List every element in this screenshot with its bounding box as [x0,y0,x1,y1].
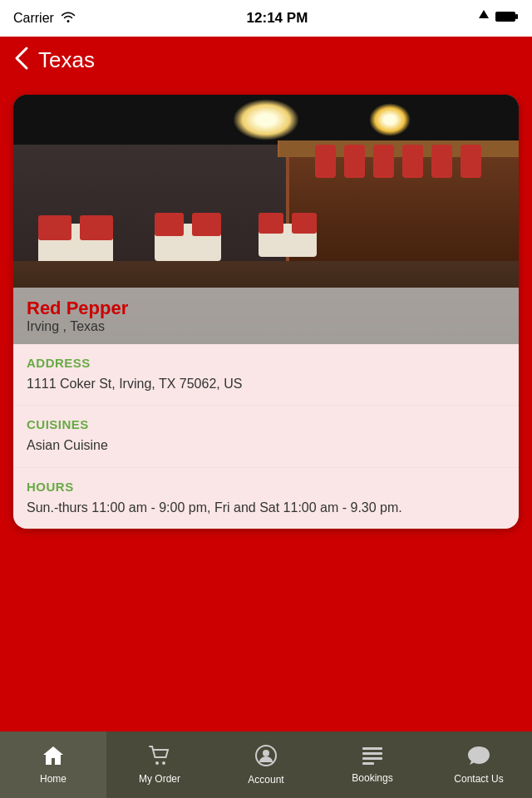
cuisines-value: Asian Cuisine [27,436,505,455]
wifi-icon [61,11,76,26]
status-right [479,10,519,27]
tab-bar: Home My Order Account [0,732,532,798]
status-left: Carrier [13,11,76,26]
contact-icon [466,745,491,770]
tab-my-order-label: My Order [139,773,180,785]
status-bar: Carrier 12:14 PM [0,0,532,37]
back-button[interactable] [13,45,30,75]
carrier-label: Carrier [13,11,54,26]
tab-account[interactable]: Account [213,732,319,798]
tab-account-label: Account [248,774,283,786]
tab-home[interactable]: Home [0,732,106,798]
address-section: ADDRESS 1111 Coker St, Irving, TX 75062,… [13,344,519,406]
restaurant-location: Irving , Texas [27,319,505,334]
hours-label: HOURS [27,480,505,494]
tab-contact-us-label: Contact Us [454,773,503,785]
tab-home-label: Home [40,773,66,785]
restaurant-image-container: Red Pepper Irving , Texas [13,95,519,344]
status-time: 12:14 PM [247,10,308,27]
svg-point-3 [162,761,165,765]
tab-my-order[interactable]: My Order [106,732,213,798]
address-value: 1111 Coker St, Irving, TX 75062, US [27,375,505,393]
svg-rect-6 [362,747,382,750]
tab-contact-us[interactable]: Contact Us [426,732,532,798]
svg-rect-9 [362,762,374,765]
restaurant-card: Red Pepper Irving , Texas ADDRESS 1111 C… [13,95,519,529]
restaurant-name: Red Pepper [27,298,505,319]
svg-rect-0 [495,12,515,22]
tab-bookings-label: Bookings [352,772,392,784]
account-icon [254,744,278,771]
content-area: Red Pepper Irving , Texas ADDRESS 1111 C… [0,83,532,732]
home-icon [42,745,65,770]
svg-rect-7 [362,752,382,755]
svg-rect-1 [515,14,518,19]
location-icon [479,10,489,27]
tab-bookings[interactable]: Bookings [319,732,426,798]
cart-icon [148,745,171,770]
cuisines-section: CUISINES Asian Cuisine [13,406,519,467]
hours-value: Sun.-thurs 11:00 am - 9:00 pm, Fri and S… [27,499,505,517]
svg-point-5 [263,750,269,756]
header: Texas [0,37,532,83]
bookings-icon [361,746,384,769]
battery-icon [495,11,519,26]
restaurant-info-overlay: Red Pepper Irving , Texas [13,288,519,344]
svg-point-2 [155,761,159,765]
svg-rect-8 [362,757,382,760]
cuisines-label: CUISINES [27,417,505,431]
page-title: Texas [38,47,95,73]
hours-section: HOURS Sun.-thurs 11:00 am - 9:00 pm, Fri… [13,468,519,529]
address-label: ADDRESS [27,356,505,370]
